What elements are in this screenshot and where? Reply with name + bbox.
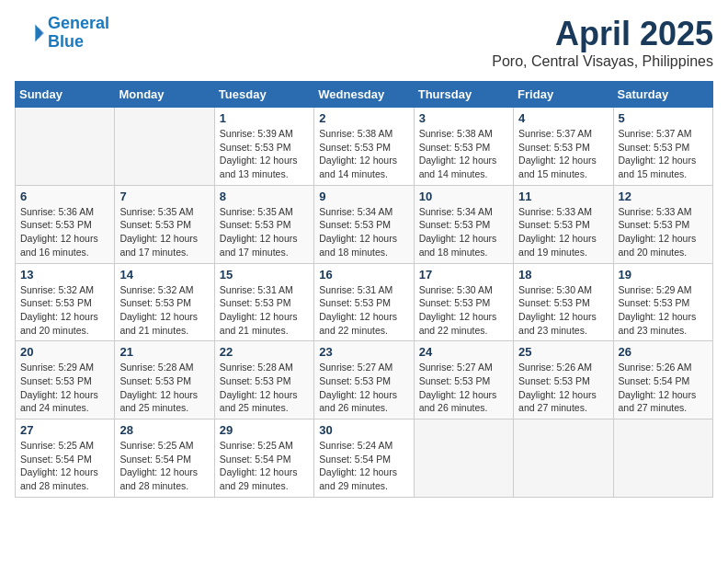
day-detail: Sunrise: 5:29 AM Sunset: 5:53 PM Dayligh… [20,361,109,415]
day-detail: Sunrise: 5:38 AM Sunset: 5:53 PM Dayligh… [419,127,508,181]
day-detail: Sunrise: 5:35 AM Sunset: 5:53 PM Dayligh… [220,205,309,259]
day-detail: Sunrise: 5:24 AM Sunset: 5:54 PM Dayligh… [319,439,408,493]
day-number: 4 [518,111,608,125]
calendar-week-1: 1Sunrise: 5:39 AM Sunset: 5:53 PM Daylig… [16,108,713,186]
day-detail: Sunrise: 5:32 AM Sunset: 5:53 PM Dayligh… [20,283,109,338]
day-detail: Sunrise: 5:25 AM Sunset: 5:54 PM Dayligh… [20,439,109,493]
day-number: 15 [220,268,309,282]
day-number: 1 [220,111,309,125]
day-number: 6 [20,190,109,203]
logo-text: General Blue [48,15,109,52]
calendar-cell: 14Sunrise: 5:32 AM Sunset: 5:53 PM Dayli… [115,263,214,341]
day-detail: Sunrise: 5:29 AM Sunset: 5:53 PM Dayligh… [619,283,708,338]
calendar-cell: 9Sunrise: 5:34 AM Sunset: 5:53 PM Daylig… [314,185,414,263]
day-number: 29 [220,423,309,437]
calendar-cell: 27Sunrise: 5:25 AM Sunset: 5:54 PM Dayli… [16,419,115,498]
day-number: 9 [319,190,408,203]
day-detail: Sunrise: 5:32 AM Sunset: 5:53 PM Dayligh… [119,283,209,338]
calendar-week-2: 6Sunrise: 5:36 AM Sunset: 5:53 PM Daylig… [16,185,713,263]
day-number: 21 [119,345,209,359]
calendar-cell: 8Sunrise: 5:35 AM Sunset: 5:53 PM Daylig… [214,185,313,263]
title-area: April 2025 Poro, Central Visayas, Philip… [492,15,713,70]
day-detail: Sunrise: 5:30 AM Sunset: 5:53 PM Dayligh… [419,283,508,338]
day-detail: Sunrise: 5:31 AM Sunset: 5:53 PM Dayligh… [220,283,309,338]
calendar-cell: 4Sunrise: 5:37 AM Sunset: 5:53 PM Daylig… [514,108,613,186]
calendar-cell: 18Sunrise: 5:30 AM Sunset: 5:53 PM Dayli… [514,263,613,341]
calendar-cell: 2Sunrise: 5:38 AM Sunset: 5:53 PM Daylig… [314,108,414,186]
day-number: 26 [619,345,708,359]
day-number: 12 [619,190,708,203]
calendar-week-5: 27Sunrise: 5:25 AM Sunset: 5:54 PM Dayli… [16,419,713,498]
day-detail: Sunrise: 5:35 AM Sunset: 5:53 PM Dayligh… [119,205,209,259]
logo: General Blue [15,15,109,52]
day-detail: Sunrise: 5:36 AM Sunset: 5:53 PM Dayligh… [20,205,109,259]
day-number: 16 [319,268,408,282]
calendar-header-row: SundayMondayTuesdayWednesdayThursdayFrid… [16,82,713,108]
calendar-cell: 22Sunrise: 5:28 AM Sunset: 5:53 PM Dayli… [214,341,313,419]
calendar-cell: 10Sunrise: 5:34 AM Sunset: 5:53 PM Dayli… [414,185,513,263]
day-number: 28 [119,423,209,437]
day-detail: Sunrise: 5:28 AM Sunset: 5:53 PM Dayligh… [119,361,209,415]
day-detail: Sunrise: 5:25 AM Sunset: 5:54 PM Dayligh… [220,439,309,493]
col-header-thursday: Thursday [414,82,513,108]
day-number: 8 [220,190,309,203]
calendar-cell: 13Sunrise: 5:32 AM Sunset: 5:53 PM Dayli… [16,263,115,341]
calendar-cell: 3Sunrise: 5:38 AM Sunset: 5:53 PM Daylig… [414,108,513,186]
day-number: 19 [619,268,708,282]
day-detail: Sunrise: 5:26 AM Sunset: 5:53 PM Dayligh… [518,361,608,415]
header: General Blue April 2025 Poro, Central Vi… [15,15,713,70]
day-number: 22 [220,345,309,359]
calendar-cell: 5Sunrise: 5:37 AM Sunset: 5:53 PM Daylig… [613,108,712,186]
logo-line1: General [48,14,109,32]
day-number: 17 [419,268,508,282]
day-number: 2 [319,111,408,125]
day-detail: Sunrise: 5:26 AM Sunset: 5:54 PM Dayligh… [619,361,708,415]
day-detail: Sunrise: 5:31 AM Sunset: 5:53 PM Dayligh… [319,283,408,338]
calendar-cell: 23Sunrise: 5:27 AM Sunset: 5:53 PM Dayli… [314,341,414,419]
day-detail: Sunrise: 5:30 AM Sunset: 5:53 PM Dayligh… [518,283,608,338]
day-number: 13 [20,268,109,282]
calendar-week-3: 13Sunrise: 5:32 AM Sunset: 5:53 PM Dayli… [16,263,713,341]
calendar-cell: 24Sunrise: 5:27 AM Sunset: 5:53 PM Dayli… [414,341,513,419]
day-number: 11 [518,190,608,203]
calendar-cell [613,419,712,498]
day-number: 25 [518,345,608,359]
calendar-cell: 21Sunrise: 5:28 AM Sunset: 5:53 PM Dayli… [115,341,214,419]
col-header-sunday: Sunday [16,82,115,108]
col-header-saturday: Saturday [613,82,712,108]
calendar-cell [115,108,214,186]
day-detail: Sunrise: 5:37 AM Sunset: 5:53 PM Dayligh… [518,127,608,181]
day-number: 20 [20,345,109,359]
day-number: 3 [419,111,508,125]
day-detail: Sunrise: 5:37 AM Sunset: 5:53 PM Dayligh… [619,127,708,181]
calendar-cell: 15Sunrise: 5:31 AM Sunset: 5:53 PM Dayli… [214,263,313,341]
calendar-cell: 20Sunrise: 5:29 AM Sunset: 5:53 PM Dayli… [16,341,115,419]
calendar-cell: 16Sunrise: 5:31 AM Sunset: 5:53 PM Dayli… [314,263,414,341]
calendar-cell [16,108,115,186]
calendar-cell: 1Sunrise: 5:39 AM Sunset: 5:53 PM Daylig… [214,108,313,186]
calendar-cell: 17Sunrise: 5:30 AM Sunset: 5:53 PM Dayli… [414,263,513,341]
calendar-week-4: 20Sunrise: 5:29 AM Sunset: 5:53 PM Dayli… [16,341,713,419]
logo-line2: Blue [48,32,84,51]
day-number: 23 [319,345,408,359]
day-detail: Sunrise: 5:27 AM Sunset: 5:53 PM Dayligh… [419,361,508,415]
day-number: 5 [619,111,708,125]
day-detail: Sunrise: 5:34 AM Sunset: 5:53 PM Dayligh… [319,205,408,259]
day-number: 27 [20,423,109,437]
day-number: 10 [419,190,508,203]
day-number: 14 [119,268,209,282]
day-detail: Sunrise: 5:39 AM Sunset: 5:53 PM Dayligh… [220,127,309,181]
day-detail: Sunrise: 5:38 AM Sunset: 5:53 PM Dayligh… [319,127,408,181]
calendar-cell: 25Sunrise: 5:26 AM Sunset: 5:53 PM Dayli… [514,341,613,419]
day-detail: Sunrise: 5:25 AM Sunset: 5:54 PM Dayligh… [119,439,209,493]
col-header-monday: Monday [115,82,214,108]
calendar-cell: 11Sunrise: 5:33 AM Sunset: 5:53 PM Dayli… [514,185,613,263]
col-header-wednesday: Wednesday [314,82,414,108]
col-header-friday: Friday [514,82,613,108]
logo-icon [15,18,44,48]
calendar-cell: 29Sunrise: 5:25 AM Sunset: 5:54 PM Dayli… [214,419,313,498]
day-number: 24 [419,345,508,359]
calendar-cell: 12Sunrise: 5:33 AM Sunset: 5:53 PM Dayli… [613,185,712,263]
day-detail: Sunrise: 5:33 AM Sunset: 5:53 PM Dayligh… [619,205,708,259]
calendar-cell: 19Sunrise: 5:29 AM Sunset: 5:53 PM Dayli… [613,263,712,341]
